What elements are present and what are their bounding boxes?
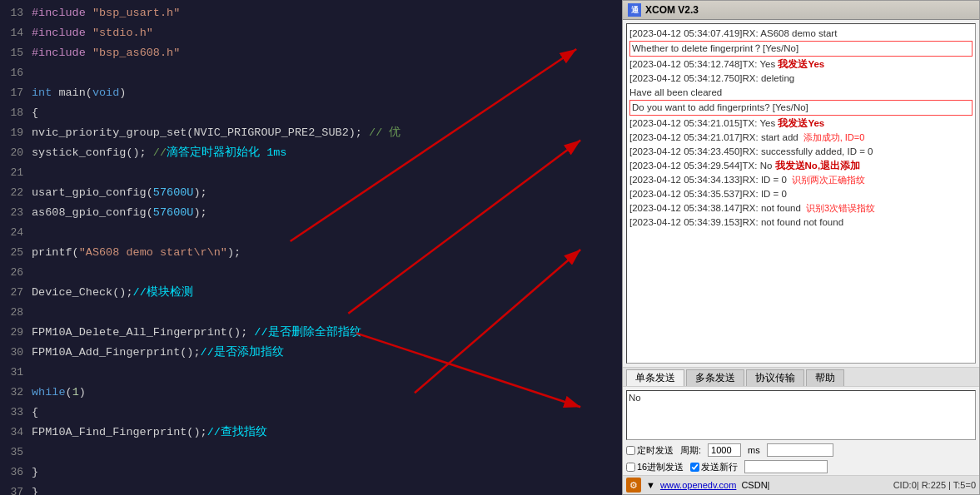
xcom-status: CID:0| R:225 | T:5=0 [893, 480, 976, 490]
log-entry: Whether to delete fingerprint？[Yes/No] [629, 41, 973, 57]
code-line: 37} [0, 483, 622, 495]
code-line: 23 as608_gpio_config(57600U); [0, 203, 622, 223]
log-entry: [2023-04-12 05:34:38.147]RX: not found识别… [629, 201, 973, 215]
log-entry: [2023-04-12 05:34:12.748]TX: Yes 我发送Yes [629, 57, 973, 72]
code-line: 21 [0, 163, 622, 183]
code-line: 28 [0, 303, 622, 323]
code-line: 35 [0, 443, 622, 463]
xcom-bottom: ⚙ ▼ www.openedv.com CSDN| CID:0| R:225 |… [623, 475, 979, 494]
timed-send-checkbox[interactable] [626, 446, 635, 455]
xcom-options: 定时发送 周期: ms [623, 442, 979, 458]
log-entry: [2023-04-12 05:34:39.153]RX: not found n… [629, 215, 973, 230]
xcom-log-area[interactable]: [2023-04-12 05:34:07.419]RX: AS608 demo … [626, 23, 976, 364]
code-line: 13#include "bsp_usart.h" [0, 3, 622, 23]
xcom-panel: 通 XCOM V2.3 [2023-04-12 05:34:07.419]RX:… [622, 0, 980, 495]
xcom-tab[interactable]: 多条发送 [686, 369, 744, 386]
xcom-send-area[interactable]: No [626, 390, 976, 440]
xcom-tabs: 单条发送多条发送协议传输帮助 [623, 367, 979, 387]
url-suffix: CSDN| [741, 480, 769, 490]
code-line: 32 while(1) [0, 383, 622, 403]
log-entry: [2023-04-12 05:34:21.017]RX: start add添加… [629, 131, 973, 145]
code-line: 29 FPM10A_Delete_All_Fingerprint(); //是否… [0, 323, 622, 343]
code-line: 33 { [0, 403, 622, 423]
code-line: 24 [0, 223, 622, 243]
log-entry: [2023-04-12 05:34:29.544]TX: No 我发送No,退出… [629, 159, 973, 173]
log-entry: [2023-04-12 05:34:12.750]RX: deleting [629, 72, 973, 86]
code-line: 19 nvic_priority_group_set(NVIC_PRIGROUP… [0, 123, 622, 143]
log-entry: Have all been cleared [629, 86, 973, 100]
url-separator: ▼ [646, 480, 655, 490]
xcom-tab[interactable]: 协议传输 [746, 369, 804, 386]
send-extra-input[interactable] [744, 460, 828, 473]
code-line: 18{ [0, 103, 622, 123]
code-editor: 13#include "bsp_usart.h"14#include "stdi… [0, 0, 622, 495]
xcom-tab[interactable]: 帮助 [806, 369, 844, 386]
xcom-url-link[interactable]: www.openedv.com [660, 480, 737, 490]
code-line: 16 [0, 63, 622, 83]
code-line: 20 systick_config(); //滴答定时器初始化 1ms [0, 143, 622, 163]
code-line: 31 [0, 363, 622, 383]
code-line: 36 } [0, 463, 622, 483]
new-line-label[interactable]: 发送新行 [690, 461, 738, 473]
code-line: 25 printf("AS608 demo start\r\n"); [0, 243, 622, 263]
xcom-icon: 通 [628, 3, 641, 17]
code-line: 26 [0, 263, 622, 283]
xcom-title: XCOM V2.3 [645, 4, 699, 16]
new-line-checkbox[interactable] [690, 463, 699, 472]
gear-icon[interactable]: ⚙ [626, 478, 641, 493]
hex-send-checkbox[interactable] [626, 463, 635, 472]
log-entry: Do you want to add fingerprints? [Yes/No… [629, 100, 973, 116]
code-line: 34 FPM10A_Find_Fingerprint();//查找指纹 [0, 423, 622, 443]
hex-send-label[interactable]: 16进制发送 [626, 461, 684, 473]
log-entry: [2023-04-12 05:34:34.133]RX: ID = 0识别两次正… [629, 173, 973, 187]
code-line: 27 Device_Check();//模块检测 [0, 283, 622, 303]
log-entry: [2023-04-12 05:34:07.419]RX: AS608 demo … [629, 27, 973, 41]
code-line: 14#include "stdio.h" [0, 23, 622, 43]
log-entry: [2023-04-12 05:34:23.450]RX: successfull… [629, 145, 973, 159]
code-line: 22 usart_gpio_config(57600U); [0, 183, 622, 203]
code-line: 30 FPM10A_Add_Fingerprint();//是否添加指纹 [0, 343, 622, 363]
xcom-options2: 16进制发送 发送新行 [623, 458, 979, 475]
period-extra-input[interactable] [767, 443, 833, 457]
code-line: 17int main(void) [0, 83, 622, 103]
xcom-tab[interactable]: 单条发送 [626, 369, 684, 386]
timed-send-label[interactable]: 定时发送 [626, 444, 674, 457]
log-entry: [2023-04-12 05:34:21.015]TX: Yes 我发送Yes [629, 116, 973, 131]
xcom-titlebar: 通 XCOM V2.3 [623, 1, 979, 20]
period-input[interactable] [708, 443, 741, 457]
code-line: 15#include "bsp_as608.h" [0, 43, 622, 63]
log-entry: [2023-04-12 05:34:35.537]RX: ID = 0 [629, 187, 973, 201]
